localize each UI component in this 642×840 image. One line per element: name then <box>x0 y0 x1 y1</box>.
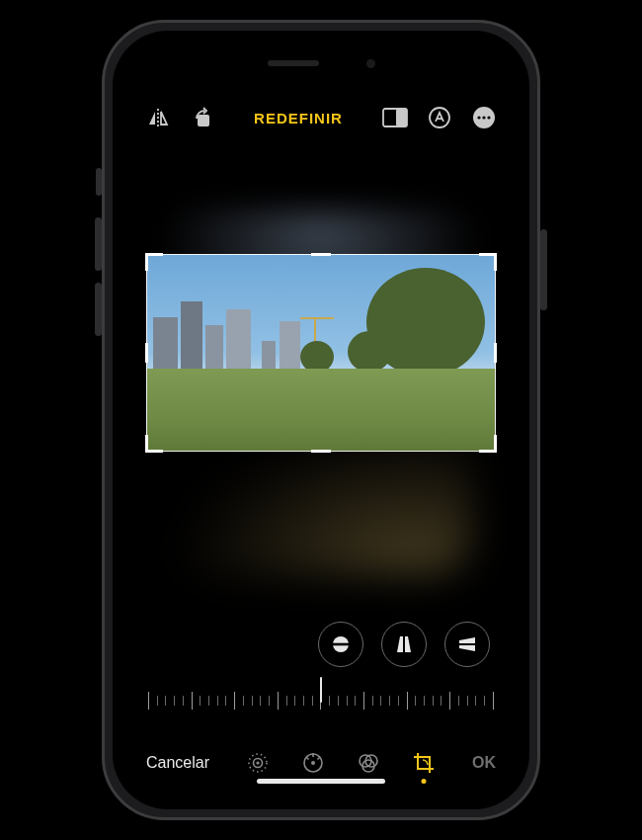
notch <box>224 48 418 78</box>
svg-rect-0 <box>198 115 209 126</box>
slider-tick <box>234 692 235 710</box>
slider-tick <box>312 696 313 706</box>
slider-tick <box>484 696 485 706</box>
reset-button[interactable]: REDEFINIR <box>254 110 343 126</box>
markup-icon <box>428 106 451 129</box>
slider-tick <box>338 696 339 706</box>
slider-tick <box>389 696 390 706</box>
angle-slider[interactable] <box>148 681 494 720</box>
phone-frame: REDEFINIR <box>102 20 540 820</box>
crop-handle-bottom[interactable] <box>311 450 331 453</box>
crop-handle-tr[interactable] <box>494 253 497 271</box>
adjust-icon <box>301 751 325 775</box>
slider-tick <box>252 696 253 706</box>
flip-button[interactable] <box>146 104 171 131</box>
tab-live-photo[interactable] <box>245 750 271 776</box>
slider-tick <box>449 692 450 710</box>
slider-tick <box>475 696 476 706</box>
rotate-button[interactable] <box>191 104 215 131</box>
front-camera <box>366 59 375 68</box>
slider-tick <box>433 696 434 706</box>
crop-handle-bl[interactable] <box>145 435 148 453</box>
svg-point-5 <box>477 116 480 119</box>
tab-filters[interactable] <box>356 750 381 776</box>
slider-tick <box>424 696 425 706</box>
slider-tick <box>407 692 408 710</box>
phone-bezel: REDEFINIR <box>113 31 529 809</box>
crop-handle-br[interactable] <box>494 435 497 453</box>
crop-handle-tl[interactable] <box>145 253 148 271</box>
aspect-ratio-button[interactable] <box>382 104 408 131</box>
crop-handle-left[interactable] <box>145 343 148 363</box>
slider-tick <box>363 692 364 710</box>
straighten-button[interactable] <box>318 622 363 667</box>
slider-tick <box>303 696 304 706</box>
stage: REDEFINIR <box>0 0 642 840</box>
svg-rect-9 <box>331 643 351 646</box>
more-icon <box>472 106 496 129</box>
aspect-ratio-icon <box>382 108 408 127</box>
svg-line-18 <box>318 757 321 760</box>
svg-point-16 <box>311 761 315 765</box>
perspective-vertical-icon <box>394 634 414 654</box>
ok-button[interactable]: OK <box>472 754 496 772</box>
rotate-icon <box>191 107 214 128</box>
slider-tick <box>165 696 166 706</box>
edit-canvas <box>130 151 512 622</box>
tab-crop[interactable] <box>411 750 437 776</box>
crop-handle-right[interactable] <box>494 343 497 363</box>
slider-tick <box>278 692 279 710</box>
slider-tick <box>200 696 201 706</box>
crop-adjustments-row <box>130 622 512 681</box>
slider-tick <box>148 692 149 710</box>
svg-rect-2 <box>396 109 407 126</box>
svg-rect-11 <box>457 643 477 645</box>
slider-tick <box>294 696 295 706</box>
home-indicator[interactable] <box>257 779 385 784</box>
slider-tick <box>174 696 175 706</box>
svg-line-19 <box>306 757 309 760</box>
tab-adjust[interactable] <box>300 750 326 776</box>
svg-point-7 <box>487 116 490 119</box>
top-toolbar: REDEFINIR <box>130 84 512 151</box>
more-button[interactable] <box>471 104 496 131</box>
markup-button[interactable] <box>428 104 452 131</box>
slider-tick <box>372 696 373 706</box>
straighten-icon <box>330 633 352 655</box>
perspective-horizontal-button[interactable] <box>444 622 490 667</box>
cancel-button[interactable]: Cancelar <box>146 754 209 772</box>
svg-point-14 <box>256 761 259 764</box>
crop-box[interactable] <box>146 254 496 452</box>
hw-power-button <box>540 229 547 310</box>
slider-tick <box>208 696 209 706</box>
live-photo-icon <box>246 751 270 775</box>
slider-tick <box>415 696 416 706</box>
speaker-grille <box>268 60 319 66</box>
slider-indicator[interactable] <box>320 677 322 703</box>
phone-screen: REDEFINIR <box>130 48 512 792</box>
crop-handle-top[interactable] <box>311 253 331 256</box>
crop-icon <box>412 751 436 775</box>
active-tab-indicator <box>422 779 427 784</box>
slider-tick <box>458 696 459 706</box>
hw-volume-down <box>95 283 102 336</box>
slider-tick <box>441 696 441 706</box>
slider-tick <box>269 696 270 706</box>
slider-tick <box>192 692 193 710</box>
slider-tick <box>467 696 468 706</box>
slider-tick <box>493 692 494 710</box>
slider-tick <box>347 696 348 706</box>
flip-horizontal-icon <box>146 107 170 128</box>
perspective-horizontal-icon <box>457 634 477 654</box>
slider-tick <box>380 696 381 706</box>
hw-volume-up <box>95 217 102 271</box>
slider-tick <box>286 696 287 706</box>
slider-tick <box>217 696 218 706</box>
perspective-vertical-button[interactable] <box>381 622 427 667</box>
filters-icon <box>357 751 380 775</box>
photos-edit-app: REDEFINIR <box>130 48 512 792</box>
crop-frame[interactable] <box>146 254 496 452</box>
slider-tick <box>225 696 226 706</box>
slider-tick <box>157 696 158 706</box>
edit-mode-tabs <box>245 750 437 776</box>
